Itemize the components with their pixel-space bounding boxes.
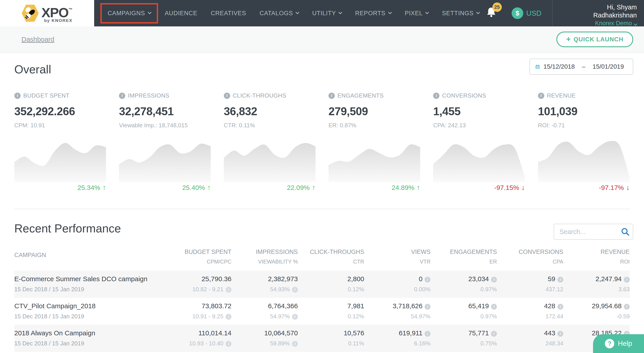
xpo-logo[interactable]: XPO™ by KNOREX	[0, 0, 94, 27]
col-views: VIEWSVTR	[364, 248, 431, 271]
date-end: 15/01/2019	[589, 63, 628, 70]
navbar-divider	[552, 0, 552, 27]
user-greeting: Hi, Shyam Radhakrishnan	[562, 3, 637, 19]
col-conversions: CONVERSIONSCPA	[497, 248, 563, 271]
sparkline-chart	[433, 136, 525, 182]
metric-cards: iBUDGET SPENT 352,292.266 CPM: 10.91 25.…	[14, 92, 630, 192]
metric-card-conversions: iCONVERSIONS 1,455 CPA: 242.13 -97.15%↓	[433, 92, 525, 192]
nav-item-catalogs[interactable]: CATALOGS	[253, 10, 306, 17]
metric-card-engagements: iENGAGEMENTS 279,509 ER: 0.87% 24.89%↑	[328, 92, 420, 192]
info-icon[interactable]: i	[292, 314, 298, 320]
info-icon[interactable]: i	[328, 93, 335, 99]
top-navbar: XPO™ by KNOREX CAMPAIGNS AUDIENCE CREATI…	[0, 0, 644, 27]
info-icon[interactable]: i	[226, 287, 232, 293]
info-icon[interactable]: i	[624, 304, 630, 310]
nav-item-pixel[interactable]: PIXEL	[398, 10, 435, 17]
change-badge: -97.17%↓	[538, 183, 630, 192]
info-icon[interactable]: i	[14, 93, 20, 99]
info-icon[interactable]: i	[226, 314, 232, 320]
info-icon[interactable]: i	[224, 93, 230, 99]
table-row[interactable]: E-Commerce Summer Sales DCO campaign15 D…	[14, 271, 630, 298]
metric-value: 36,832	[224, 105, 316, 118]
nav-item-campaigns[interactable]: CAMPAIGNS	[100, 3, 158, 24]
breadcrumb-dashboard-link[interactable]: Dashboard	[22, 36, 54, 43]
logo-brand-text: XPO™	[41, 3, 72, 19]
date-start: 15/12/2018	[540, 63, 578, 70]
campaign-name-link[interactable]: 2018 Always On Campaign	[14, 329, 165, 337]
metric-sub: CPM: 10.91	[14, 122, 106, 129]
chevron-down-icon	[425, 11, 429, 14]
col-revenue: REVENUEROI	[563, 248, 630, 271]
chevron-down-icon	[296, 11, 300, 14]
question-mark-icon: ?	[605, 339, 614, 348]
info-icon[interactable]: i	[433, 93, 440, 99]
campaign-name-link[interactable]: CTV_Pilot Campaign_2018	[14, 302, 165, 310]
search-icon	[621, 227, 630, 236]
plus-icon: +	[566, 35, 571, 43]
navbar-right-cluster: 25 $ USD Hi, Shyam Radhakrishnan Knorex …	[486, 0, 644, 27]
help-button[interactable]: ? Help	[593, 334, 644, 353]
info-icon[interactable]: i	[558, 331, 563, 337]
bee-hexagon-icon	[22, 4, 39, 23]
chevron-down-icon	[338, 11, 342, 14]
quick-launch-button[interactable]: + QUICK LAUNCH	[556, 32, 633, 47]
metric-sub: ER: 0.87%	[328, 122, 420, 129]
chevron-down-icon	[148, 11, 152, 14]
change-badge: -97.15%↓	[433, 183, 525, 192]
metric-card-click-throughs: iCLICK-THROUGHS 36,832 CTR: 0.11% 22.09%…	[224, 92, 316, 192]
nav-item-reports[interactable]: REPORTS	[348, 10, 398, 17]
nav-item-creatives[interactable]: CREATIVES	[204, 10, 253, 17]
metric-value: 32,278,451	[119, 105, 211, 118]
search-input[interactable]	[554, 228, 618, 236]
info-icon[interactable]: i	[226, 341, 232, 347]
info-icon[interactable]: i	[119, 93, 125, 99]
info-icon[interactable]: i	[292, 341, 298, 347]
col-click-throughs: CLICK-THROUGHSCTR	[298, 248, 364, 271]
metric-card-budget-spent: iBUDGET SPENT 352,292.266 CPM: 10.91 25.…	[14, 92, 106, 192]
info-icon[interactable]: i	[558, 304, 563, 310]
change-badge: 25.34%↑	[14, 183, 106, 192]
metric-card-impressions: iIMPRESSIONS 32,278,451 Viewable Imp.: 1…	[119, 92, 211, 192]
info-icon[interactable]: i	[425, 304, 430, 310]
table-row[interactable]: CTV_Pilot Campaign_201815 Dec 2018 / 15 …	[14, 298, 630, 325]
campaign-name-link[interactable]: E-Commerce Summer Sales DCO campaign	[14, 275, 165, 283]
nav-item-settings[interactable]: SETTINGS	[435, 10, 486, 17]
performance-table: CAMPAIGN BUDGET SPENTCPM/CPC IMPRESSIONS…	[14, 248, 630, 352]
info-icon[interactable]: i	[491, 331, 497, 337]
info-icon[interactable]: i	[624, 277, 630, 282]
sparkline-chart	[14, 136, 106, 182]
col-campaign: CAMPAIGN	[14, 248, 165, 271]
currency-selector[interactable]: $ USD	[512, 8, 542, 19]
table-search	[554, 224, 633, 240]
metric-sub: CPA: 242.13	[433, 122, 525, 129]
metric-sub: ROI: -0.71	[538, 122, 630, 129]
info-icon[interactable]: i	[491, 277, 497, 282]
info-icon[interactable]: i	[292, 287, 298, 293]
info-icon[interactable]: i	[558, 277, 563, 282]
nav-item-utility[interactable]: UTILITY	[306, 10, 348, 17]
info-icon[interactable]: i	[538, 93, 544, 99]
notifications-bell[interactable]: 25	[486, 7, 496, 20]
breadcrumb-bar: Dashboard + QUICK LAUNCH	[0, 27, 644, 53]
chevron-down-icon	[634, 22, 638, 26]
metric-value: 279,509	[328, 105, 420, 118]
info-icon[interactable]: i	[425, 277, 430, 282]
user-menu[interactable]: Hi, Shyam Radhakrishnan Knorex Demo	[562, 0, 637, 27]
nav-item-audience[interactable]: AUDIENCE	[158, 10, 204, 17]
table-row[interactable]: 2018 Always On Campaign15 Dec 2018 / 15 …	[14, 325, 630, 352]
search-button[interactable]	[618, 227, 633, 236]
info-icon[interactable]: i	[491, 304, 497, 310]
date-range-text: 15/12/2018 – 15/01/2019	[540, 63, 628, 70]
notification-count-badge: 25	[492, 3, 502, 12]
date-range-picker[interactable]: 15/12/2018 – 15/01/2019	[530, 59, 633, 75]
chevron-down-icon	[476, 11, 480, 14]
chevron-down-icon	[388, 11, 392, 14]
info-icon[interactable]: i	[425, 331, 430, 337]
metric-sub: Viewable Imp.: 18,748,015	[119, 122, 211, 129]
recent-performance-title: Recent Performance	[14, 209, 630, 235]
arrow-up-icon: ↑	[416, 183, 420, 192]
sparkline-chart	[328, 136, 420, 182]
recent-performance-section: Recent Performance CAMPAIGN BUDGET SPENT…	[0, 209, 644, 352]
xpo-logo-inner: XPO™ by KNOREX	[22, 3, 72, 23]
campaign-dates: 15 Dec 2018 / 15 Jan 2019	[14, 340, 165, 347]
